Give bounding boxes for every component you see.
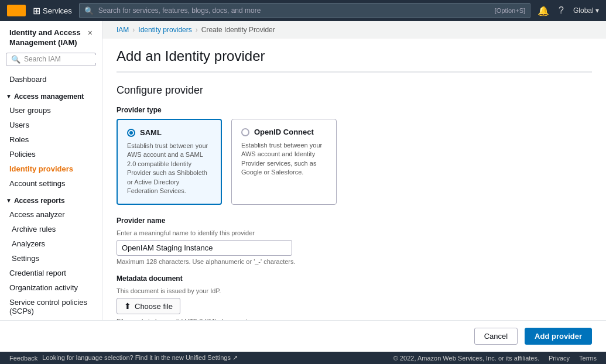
sidebar-item-archive-rules[interactable]: Archive rules xyxy=(0,222,102,236)
breadcrumb-identity-providers[interactable]: Identity providers xyxy=(138,26,191,34)
aws-logo xyxy=(7,5,26,16)
add-provider-button[interactable]: Add provider xyxy=(525,328,592,345)
metadata-label: Metadata document xyxy=(117,274,592,283)
sidebar-item-identity-providers[interactable]: Identity providers xyxy=(0,162,102,176)
sidebar-item-scps[interactable]: Service control policies (SCPs) xyxy=(0,295,102,318)
services-menu[interactable]: ⊞ Services xyxy=(33,5,72,16)
sidebar-section-access-management[interactable]: ▼ Access management xyxy=(0,87,102,103)
saml-card-title: SAML xyxy=(140,128,162,137)
sidebar-section-access-reports[interactable]: ▼ Access reports xyxy=(0,191,102,207)
bell-icon[interactable]: 🔔 xyxy=(537,5,549,16)
sidebar-item-dashboard[interactable]: Dashboard xyxy=(0,72,102,87)
provider-type-label: Provider type xyxy=(117,106,592,114)
search-icon: 🔍 xyxy=(84,6,94,15)
sidebar-title: Identity and Access Management (IAM) xyxy=(9,28,88,48)
sidebar-item-user-groups[interactable]: User groups xyxy=(0,103,102,118)
breadcrumb-iam[interactable]: IAM xyxy=(117,26,129,34)
saml-card-header: SAML xyxy=(127,128,211,137)
openid-card-desc: Establish trust between your AWS account… xyxy=(241,141,327,177)
cancel-button[interactable]: Cancel xyxy=(474,328,518,345)
provider-name-label: Provider name xyxy=(117,217,592,225)
global-selector[interactable]: Global ▾ xyxy=(573,6,599,15)
page-content: Add an Identity provider Configure provi… xyxy=(102,39,606,320)
page-title: Add an Identity provider xyxy=(117,39,592,71)
provider-name-input[interactable] xyxy=(117,240,292,256)
sidebar-search-input[interactable] xyxy=(24,55,102,63)
breadcrumb: IAM › Identity providers › Create Identi… xyxy=(102,21,606,39)
openid-card-header: OpenID Connect xyxy=(241,128,327,136)
nav-right-icons: 🔔 ? Global ▾ xyxy=(537,5,599,16)
search-shortcut: [Option+S] xyxy=(495,7,525,14)
sidebar: Identity and Access Management (IAM) × 🔍… xyxy=(0,21,102,320)
feedback-link[interactable]: Feedback xyxy=(9,355,37,362)
breadcrumb-sep-1: › xyxy=(132,26,135,34)
saml-radio-card[interactable]: SAML Establish trust between your AWS ac… xyxy=(117,119,222,205)
openid-radio-card[interactable]: OpenID Connect Establish trust between y… xyxy=(231,119,337,205)
provider-name-note: Maximum 128 characters. Use alphanumeric… xyxy=(117,258,592,265)
sidebar-item-credential-report[interactable]: Credential report xyxy=(0,266,102,280)
unified-settings-link[interactable]: ↗ xyxy=(232,354,238,361)
privacy-link[interactable]: Privacy xyxy=(549,355,570,362)
metadata-hint: This document is issued by your IdP. xyxy=(117,287,592,294)
choose-file-label: Choose file xyxy=(135,302,173,311)
sidebar-item-org-activity[interactable]: Organization activity xyxy=(0,280,102,295)
sidebar-close-button[interactable]: × xyxy=(88,28,93,37)
upload-icon: ⬆ xyxy=(124,301,131,311)
global-search[interactable]: 🔍 [Option+S] xyxy=(79,3,530,18)
sidebar-item-roles[interactable]: Roles xyxy=(0,132,102,147)
top-navigation: ⊞ Services 🔍 [Option+S] 🔔 ? Global ▾ xyxy=(0,0,606,21)
footer-actions: Cancel Add provider xyxy=(0,320,606,352)
sidebar-item-settings[interactable]: Settings xyxy=(0,251,102,266)
bottom-bar: Feedback Looking for language selection?… xyxy=(0,352,606,364)
sidebar-item-access-analyzer[interactable]: Access analyzer xyxy=(0,207,102,222)
choose-file-button[interactable]: ⬆ Choose file xyxy=(117,298,180,314)
sidebar-item-account-settings[interactable]: Account settings xyxy=(0,176,102,191)
sidebar-search[interactable]: 🔍 xyxy=(6,53,96,66)
configure-section-title: Configure provider xyxy=(117,84,592,97)
provider-name-hint: Enter a meaningful name to identify this… xyxy=(117,229,592,236)
sidebar-search-icon: 🔍 xyxy=(11,55,20,64)
arrow-icon: ▼ xyxy=(6,93,12,99)
provider-type-cards: SAML Establish trust between your AWS ac… xyxy=(117,119,592,205)
saml-card-desc: Establish trust between your AWS account… xyxy=(127,142,211,195)
main-content: IAM › Identity providers › Create Identi… xyxy=(102,21,606,320)
lang-note: Looking for language selection? Find it … xyxy=(42,354,238,362)
provider-type-group: Provider type SAML Establish trust betwe… xyxy=(117,106,592,205)
openid-radio-btn xyxy=(241,128,249,136)
search-input[interactable] xyxy=(98,6,490,15)
terms-link[interactable]: Terms xyxy=(579,355,597,362)
sidebar-item-users[interactable]: Users xyxy=(0,118,102,132)
arrow-icon-2: ▼ xyxy=(6,197,12,204)
saml-radio-btn xyxy=(127,129,135,137)
metadata-document-group: Metadata document This document is issue… xyxy=(117,274,592,320)
provider-name-group: Provider name Enter a meaningful name to… xyxy=(117,217,592,265)
openid-card-title: OpenID Connect xyxy=(254,128,314,136)
sidebar-item-policies[interactable]: Policies xyxy=(0,147,102,162)
sidebar-item-analyzers[interactable]: Analyzers xyxy=(0,236,102,251)
copyright-text: © 2022, Amazon Web Services, Inc. or its… xyxy=(393,355,539,362)
bottom-bar-right: © 2022, Amazon Web Services, Inc. or its… xyxy=(393,355,597,362)
sidebar-header: Identity and Access Management (IAM) × xyxy=(0,21,102,53)
configure-provider-section: Configure provider Provider type SAML Es… xyxy=(117,72,592,320)
help-icon[interactable]: ? xyxy=(559,5,564,16)
breadcrumb-sep-2: › xyxy=(196,26,198,34)
breadcrumb-current: Create Identity Provider xyxy=(201,26,275,34)
